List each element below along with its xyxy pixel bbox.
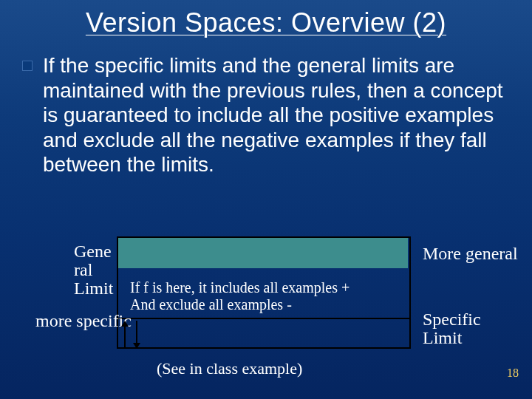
bullet-row: If the specific limits and the general l…: [0, 38, 532, 177]
general-limit-label: Gene ral Limit: [74, 242, 133, 299]
more-specific-label: more specific: [35, 312, 132, 330]
slide-title: Version Spaces: Overview (2): [0, 0, 532, 38]
more-general-label: More general: [423, 244, 518, 264]
inner-top-band: [118, 238, 408, 268]
see-example-note: (See in class example): [157, 359, 302, 378]
square-bullet-icon: [22, 61, 33, 71]
diagram-area: If f is here, it includes all examples +…: [22, 236, 510, 384]
mid-text-line1: If f is here, it includes all examples +: [130, 279, 349, 296]
arrow-down-icon: [133, 321, 140, 349]
arrow-up-icon: [121, 321, 129, 349]
page-number: 18: [507, 366, 519, 380]
bullet-text: If the specific limits and the general l…: [43, 53, 510, 177]
mid-box-text: If f is here, it includes all examples +…: [130, 279, 349, 313]
mid-divider-line: [118, 318, 409, 319]
mid-text-line2: And exclude all examples -: [130, 296, 292, 313]
specific-limit-label: Specific Limit: [423, 310, 510, 347]
